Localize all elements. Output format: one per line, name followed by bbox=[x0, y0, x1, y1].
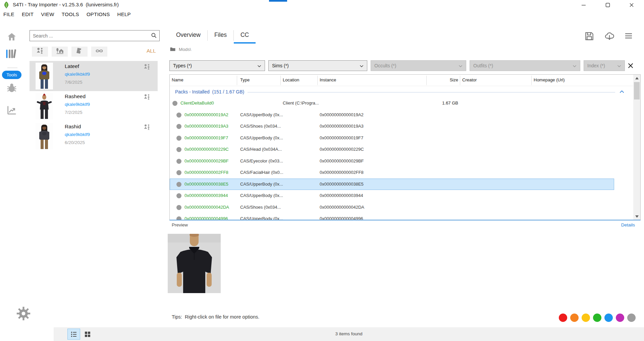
person-group-icon bbox=[143, 63, 151, 71]
save-icon[interactable] bbox=[584, 31, 595, 42]
column-header-creator[interactable]: Creator bbox=[462, 77, 477, 82]
tab-cc[interactable]: CC bbox=[234, 29, 256, 44]
color-flag-dot[interactable] bbox=[570, 314, 579, 322]
sim-date: 7/2/2025 bbox=[65, 110, 83, 115]
table-row[interactable]: ClientDeltaBuild0Client (C:\Progra...1.6… bbox=[170, 97, 640, 109]
filter-dropdown-sims[interactable]: Sims (*) bbox=[268, 60, 367, 71]
menu-item-file[interactable]: FILE bbox=[3, 11, 18, 17]
chevron-down-icon bbox=[572, 63, 578, 69]
table-row[interactable]: 0x00000000000019A3CAS/Shoes (0x034...0x0… bbox=[170, 121, 640, 132]
scroll-up-arrow[interactable] bbox=[633, 75, 640, 81]
list-view-icon[interactable] bbox=[68, 329, 80, 339]
filter-button-household-filter[interactable] bbox=[52, 47, 68, 57]
clear-filters-icon[interactable] bbox=[627, 62, 634, 69]
sim-name: Lateef bbox=[65, 63, 79, 69]
column-separator bbox=[237, 76, 237, 85]
group-row-packs-installed[interactable]: Packs - Installed (151 / 1.67 GB) bbox=[170, 86, 640, 97]
menu-item-edit[interactable]: EDIT bbox=[18, 11, 37, 17]
filter-button-sims-filter[interactable] bbox=[32, 47, 48, 57]
hamburger-menu-icon[interactable] bbox=[624, 31, 634, 42]
app-window: S4TI - Tray Importer - v1.25.3.6 (lunive… bbox=[0, 0, 644, 341]
cell-type: CAS/UpperBody (0x... bbox=[240, 182, 283, 187]
item-bullet bbox=[176, 205, 181, 210]
cell-instance: 0x00000000000019F7 bbox=[320, 135, 363, 140]
dropdown-label: Outfits (*) bbox=[473, 63, 493, 68]
cloud-download-icon[interactable] bbox=[604, 31, 614, 42]
cell-instance: 0x00000000000038E5 bbox=[320, 182, 364, 187]
cell-name: 0x00000000000019F7 bbox=[184, 135, 228, 140]
table-row[interactable]: 0x00000000000019F7CAS/UpperBody (0x...0x… bbox=[170, 132, 640, 144]
table-row[interactable]: 0x00000000000019A2CAS/UpperBody (0x...0x… bbox=[170, 109, 640, 121]
cell-type: CAS/Shoes (0x034... bbox=[240, 205, 281, 210]
item-bullet bbox=[176, 170, 181, 175]
table-row[interactable]: 0x000000000000229CCAS/Head (0x034A...0x0… bbox=[170, 144, 640, 155]
header-actions bbox=[584, 31, 634, 42]
dropdown-label: Index (*) bbox=[587, 63, 605, 68]
column-header-instance[interactable]: Instance bbox=[320, 77, 336, 82]
color-flag-dot[interactable] bbox=[627, 314, 636, 322]
person-group-icon bbox=[143, 93, 151, 101]
sidebar-item-bug[interactable] bbox=[0, 82, 23, 95]
search-input[interactable] bbox=[30, 30, 160, 41]
close-window-button[interactable] bbox=[626, 1, 637, 9]
sim-row-lateef[interactable]: Lateefqkale9kbklf97/6/2025 bbox=[30, 61, 158, 91]
cell-size: 1.67 GB bbox=[418, 100, 458, 106]
sim-row-rashid[interactable]: Rashidqkale9kbklf96/20/2025 bbox=[30, 121, 158, 151]
color-flag-dot[interactable] bbox=[616, 314, 624, 322]
cell-location: Client (C:\Progra... bbox=[283, 100, 319, 106]
filter-button-room-filter[interactable] bbox=[71, 47, 88, 57]
column-header-size[interactable]: Size bbox=[418, 77, 458, 82]
color-flag-dot[interactable] bbox=[559, 314, 567, 322]
color-flag-dot[interactable] bbox=[582, 314, 590, 322]
table-header: NameTypeLocationInstanceSizeCreatorHomep… bbox=[170, 75, 640, 86]
table-row[interactable]: 0x0000000000002FF8CAS/FacialHair (0x0...… bbox=[170, 167, 640, 178]
gear-icon[interactable] bbox=[16, 306, 31, 321]
cell-instance: 0x0000000000003944 bbox=[320, 193, 363, 198]
filter-dropdown-occults: Occults (*) bbox=[371, 60, 466, 71]
column-header-type[interactable]: Type bbox=[240, 77, 250, 82]
chevron-up-icon[interactable] bbox=[619, 88, 625, 95]
cell-type: CAS/Head (0x034A... bbox=[240, 147, 282, 152]
cell-instance: 0x00000000000019A2 bbox=[320, 112, 364, 117]
sim-thumbnail bbox=[36, 123, 53, 150]
cell-type: CAS/Eyecolor (0x03... bbox=[240, 158, 283, 163]
table-row[interactable]: 0x00000000000029BFCAS/Eyecolor (0x03...0… bbox=[170, 155, 640, 167]
tab-overview[interactable]: Overview bbox=[169, 29, 207, 44]
menu-item-help[interactable]: HELP bbox=[114, 11, 135, 17]
sim-creator-link[interactable]: qkale9kbklf9 bbox=[65, 102, 90, 107]
table-row[interactable]: 0x0000000000003944CAS/UpperBody (0x...0x… bbox=[170, 190, 640, 201]
sidebar-item-library[interactable] bbox=[0, 48, 23, 61]
table-row[interactable]: 0x00000000000038E5CAS/UpperBody (0x...0x… bbox=[170, 179, 614, 190]
menu-item-view[interactable]: VIEW bbox=[37, 11, 58, 17]
column-header-homepage-url-[interactable]: Homepage (Url) bbox=[534, 77, 565, 82]
filter-dropdown-types[interactable]: Types (*) bbox=[169, 60, 265, 71]
cell-type: CAS/Shoes (0x034... bbox=[240, 124, 281, 129]
table-row[interactable]: 0x00000000000042DACAS/Shoes (0x034...0x0… bbox=[170, 202, 640, 213]
maximize-button[interactable] bbox=[602, 1, 613, 9]
table-row[interactable]: 0x0000000000004996CAS/UpperBody (0x...0x… bbox=[170, 213, 640, 220]
sim-row-rasheed[interactable]: Rasheedqkale9kbklf97/2/2025 bbox=[30, 91, 158, 121]
cell-name: 0x0000000000003944 bbox=[184, 193, 228, 198]
vertical-scrollbar[interactable] bbox=[633, 75, 640, 220]
color-flag-dot[interactable] bbox=[593, 314, 601, 322]
menu-item-options[interactable]: OPTIONS bbox=[83, 11, 114, 17]
sidebar-item-home[interactable] bbox=[0, 31, 23, 44]
scroll-down-arrow[interactable] bbox=[633, 213, 640, 220]
all-filter-label[interactable]: ALL bbox=[147, 48, 156, 54]
details-link[interactable]: Details bbox=[621, 222, 635, 227]
sim-creator-link[interactable]: qkale9kbklf9 bbox=[65, 72, 90, 77]
sim-date: 7/6/2025 bbox=[65, 80, 83, 85]
minimize-button[interactable] bbox=[578, 1, 589, 9]
grid-view-icon[interactable] bbox=[82, 329, 94, 339]
color-flag-dot[interactable] bbox=[604, 314, 613, 322]
column-header-location[interactable]: Location bbox=[283, 77, 299, 82]
column-header-name[interactable]: Name bbox=[172, 77, 183, 82]
sidebar-item-stats[interactable] bbox=[0, 105, 23, 117]
scrollbar-thumb[interactable] bbox=[634, 82, 640, 99]
tab-files[interactable]: Files bbox=[208, 29, 233, 44]
cell-name: 0x00000000000019A3 bbox=[184, 124, 228, 129]
column-separator bbox=[531, 76, 532, 85]
menu-item-tools[interactable]: TOOLS bbox=[58, 11, 83, 17]
filter-button-infinity-filter[interactable] bbox=[91, 47, 107, 57]
sim-creator-link[interactable]: qkale9kbklf9 bbox=[65, 132, 90, 137]
